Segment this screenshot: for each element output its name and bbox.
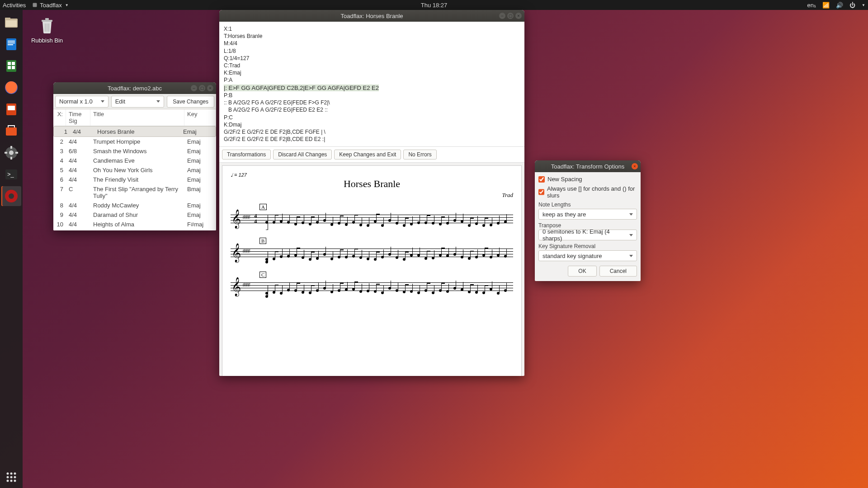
table-row[interactable]: 64/4The Friendly VisitEmaj (53, 175, 216, 184)
svg-rect-12 (12, 66, 15, 69)
svg-rect-15 (8, 106, 15, 110)
trash-label: Rubbish Bin (29, 37, 65, 44)
abc-source-editor[interactable]: X:1 T:Horses Branle M:4/4 L:1/8 Q:1/4=12… (219, 22, 524, 147)
table-row[interactable]: 54/4Oh You New York GirlsAmaj (53, 165, 216, 175)
w2-close-button[interactable]: × (515, 13, 522, 19)
transformations-button[interactable]: Transformations (222, 150, 271, 160)
svg-rect-36 (42, 20, 52, 22)
w2-maximize-button[interactable]: ▢ (507, 13, 514, 19)
w1-titlebar[interactable]: Toadflax: demo2.abc – ▢ × (53, 82, 216, 94)
w1-minimize-button[interactable]: – (191, 85, 197, 91)
tune-list-window: Toadflax: demo2.abc – ▢ × Normal x 1.0 E… (53, 82, 216, 230)
w1-maximize-button[interactable]: ▢ (199, 85, 205, 91)
note-lengths-select[interactable]: keep as they are (538, 209, 637, 220)
network-icon[interactable]: 📶 (822, 2, 830, 9)
app-menu[interactable]: Toadflax ▼ (32, 2, 68, 9)
table-row[interactable]: 114/4Linear TemperamentAmaj (53, 229, 216, 230)
table-row[interactable]: 7CThe First Slip "Arranged by Terry Tull… (53, 184, 216, 201)
part-label: A (259, 204, 267, 210)
svg-point-35 (14, 480, 16, 482)
tempo-marking: ♩ = 127 (231, 172, 513, 178)
w2-minimize-button[interactable]: – (499, 13, 505, 19)
volume-icon[interactable]: 🔊 (836, 2, 843, 9)
table-row[interactable]: 104/4Heights of AlmaF#maj (53, 220, 216, 229)
dock-settings[interactable] (1, 143, 21, 163)
w1-toolbar: Normal x 1.0 Edit Save Changes (53, 94, 216, 109)
w1-close-button[interactable]: × (207, 85, 213, 91)
w3-close-button[interactable]: × (632, 163, 638, 169)
staff: 𝄞♯♯♯♯ (231, 245, 513, 264)
dock-toadflax[interactable] (1, 186, 21, 206)
editor-buttons: Transformations Discard All Changes Keep… (219, 147, 524, 163)
table-row[interactable]: 14/4Horses BranleEmaj (53, 126, 216, 137)
trash-desktop-icon[interactable]: Rubbish Bin (29, 15, 65, 44)
svg-rect-20 (10, 157, 12, 160)
dock-files[interactable] (1, 13, 21, 33)
svg-rect-6 (8, 42, 15, 43)
svg-rect-10 (12, 62, 15, 65)
w3-titlebar[interactable]: Toadflax: Transform Options × (535, 160, 641, 172)
svg-point-26 (9, 193, 14, 199)
svg-rect-2 (5, 18, 10, 20)
clock[interactable]: Thu 18:27 (421, 2, 448, 9)
col-title[interactable]: Title (90, 109, 184, 126)
dock-software[interactable] (1, 121, 21, 141)
svg-rect-9 (8, 62, 11, 65)
save-changes-button[interactable]: Save Changes (167, 96, 214, 108)
svg-rect-19 (10, 146, 12, 149)
w1-title: Toadflax: demo2.abc (108, 85, 162, 92)
keysig-removal-select[interactable]: standard key signature (538, 250, 637, 261)
tune-table-header: X: Time Sig Title Key (53, 109, 216, 126)
svg-point-18 (9, 150, 14, 155)
staff: 𝄞♯♯♯♯ (231, 279, 513, 298)
svg-rect-11 (8, 66, 11, 69)
discard-button[interactable]: Discard All Changes (273, 150, 332, 160)
col-timesig[interactable]: Time Sig (66, 109, 90, 126)
table-row[interactable]: 24/4Trumpet HornpipeEmaj (53, 137, 216, 146)
svg-rect-22 (15, 152, 18, 154)
activities-button[interactable]: Activities (3, 2, 26, 9)
svg-point-33 (7, 480, 9, 482)
part-label: C (259, 272, 266, 278)
svg-rect-21 (5, 152, 7, 154)
svg-point-30 (7, 476, 9, 479)
svg-rect-0 (33, 3, 37, 7)
svg-rect-3 (6, 20, 17, 27)
always-brackets-checkbox[interactable]: Always use [] for chords and () for slur… (538, 185, 637, 199)
svg-text:>_: >_ (7, 171, 14, 178)
table-row[interactable]: 36/8Smash the WindowsEmaj (53, 146, 216, 156)
table-row[interactable]: 84/4Roddy McCawleyEmaj (53, 201, 216, 210)
transpose-label: Tranpose (538, 222, 637, 229)
input-lang-indicator[interactable]: en₁ (807, 2, 816, 9)
table-row[interactable]: 94/4Daramad of ShurEmaj (53, 210, 216, 220)
col-x[interactable]: X: (53, 109, 66, 126)
power-icon[interactable]: ⏻ (849, 2, 855, 9)
transpose-select[interactable]: 0 semitones to K: Emaj (4 sharps) (538, 230, 637, 240)
col-key[interactable]: Key (184, 109, 216, 126)
dock-apps-grid[interactable] (1, 467, 21, 487)
keep-exit-button[interactable]: Keep Changes and Exit (334, 150, 401, 160)
score-composer: Trad (231, 192, 513, 199)
dock-calc[interactable] (1, 56, 21, 76)
table-row[interactable]: 44/4Candlemas EveEmaj (53, 156, 216, 165)
ok-button[interactable]: OK (568, 266, 596, 277)
svg-rect-16 (6, 127, 17, 136)
svg-rect-37 (45, 18, 49, 20)
part-label: B (259, 238, 266, 244)
mode-select[interactable]: Edit (111, 96, 165, 108)
dock-impress[interactable] (1, 99, 21, 119)
w2-titlebar[interactable]: Toadflax: Horses Branle – ▢ × (219, 10, 524, 22)
score-title: Horses Branle (231, 178, 513, 190)
gnome-topbar: Activities Toadflax ▼ Thu 18:27 en₁ 📶 🔊 … (0, 0, 868, 10)
dock-terminal[interactable]: >_ (1, 164, 21, 184)
errors-indicator[interactable]: No Errors (403, 150, 436, 160)
dock: >_ (0, 10, 23, 488)
svg-point-29 (14, 473, 16, 475)
new-spacing-checkbox[interactable]: New Spacing (538, 176, 637, 183)
dock-firefox[interactable] (1, 78, 21, 98)
w2-title: Toadflax: Horses Branle (340, 13, 403, 19)
svg-point-34 (10, 480, 13, 482)
dock-writer[interactable] (1, 34, 21, 54)
cancel-button[interactable]: Cancel (599, 266, 637, 277)
zoom-select[interactable]: Normal x 1.0 (55, 96, 108, 108)
